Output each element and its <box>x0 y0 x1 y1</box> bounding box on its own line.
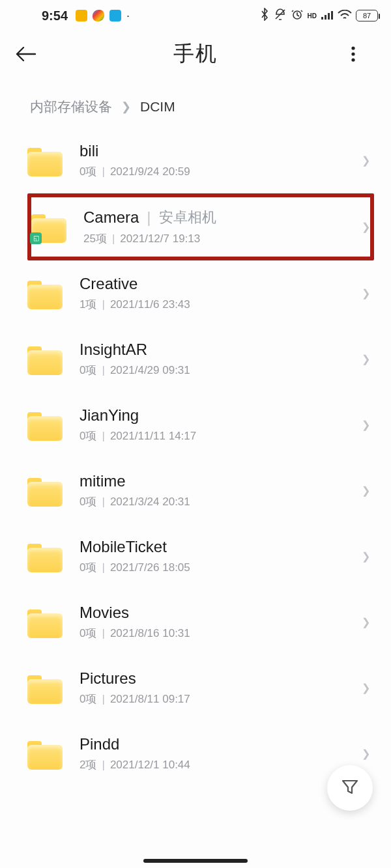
status-right: HD 87 <box>259 8 378 24</box>
chevron-right-icon: ❯ <box>349 353 370 365</box>
svg-point-8 <box>351 58 355 61</box>
chevron-right-icon: ❯ <box>349 419 370 431</box>
wifi-icon <box>338 8 352 23</box>
battery-icon: 87 <box>356 10 378 21</box>
title-bar: 手机 <box>0 31 391 77</box>
folder-count: 2项 <box>80 759 96 771</box>
folder-date: 2021/4/29 09:31 <box>110 364 190 376</box>
folder-count: 0项 <box>80 693 96 705</box>
svg-point-6 <box>351 46 355 49</box>
folder-name: Pindd <box>80 735 119 753</box>
folder-icon <box>27 410 63 441</box>
breadcrumb-current: DCIM <box>140 99 175 115</box>
folder-name: InsightAR <box>80 341 147 359</box>
folder-text: bili 0项|2021/9/24 20:59 <box>80 142 349 179</box>
folder-icon <box>27 344 63 375</box>
folder-text: Pindd 2项|2021/12/1 10:44 <box>80 735 349 772</box>
folder-icon <box>27 278 63 309</box>
folder-icon <box>27 145 63 176</box>
title-separator: | <box>147 208 151 227</box>
more-button[interactable] <box>351 45 377 63</box>
alarm-icon <box>291 8 304 24</box>
folder-text: Creative 1项|2021/11/6 23:43 <box>80 275 349 312</box>
folder-icon <box>27 673 63 704</box>
status-time: 9:54 <box>42 8 68 23</box>
folder-text: MobileTicket 0项|2021/7/26 18:05 <box>80 538 349 575</box>
svg-rect-3 <box>325 15 326 20</box>
app-icon-3 <box>109 10 121 21</box>
folder-item-movies[interactable]: Movies 0项|2021/8/16 10:31 ❯ <box>27 589 374 655</box>
app-icon-2 <box>93 10 104 21</box>
folder-icon <box>27 475 63 507</box>
chevron-right-icon: ❯ <box>349 154 370 167</box>
folder-date: 2021/12/7 19:13 <box>120 232 200 245</box>
folder-item-pictures[interactable]: Pictures 0项|2021/8/11 09:17 ❯ <box>27 655 374 721</box>
status-dot: · <box>126 9 130 23</box>
svg-point-7 <box>351 52 355 55</box>
chevron-right-icon: ❯ <box>349 682 370 694</box>
folder-date: 2021/12/1 10:44 <box>110 759 190 771</box>
bluetooth-icon <box>259 8 270 24</box>
status-left: 9:54 · <box>42 8 130 23</box>
signal-icon <box>321 8 334 23</box>
status-bar: 9:54 · HD 87 <box>0 0 391 31</box>
folder-item-mobileticket[interactable]: MobileTicket 0项|2021/7/26 18:05 ❯ <box>27 524 374 589</box>
folder-item-camera[interactable]: ◱ Camera | 安卓相机 25项|2021/12/7 19:13 ❯ <box>27 193 374 260</box>
app-icon-1 <box>76 10 87 21</box>
folder-date: 2021/11/11 14:17 <box>110 430 196 442</box>
folder-text: Movies 0项|2021/8/16 10:31 <box>80 604 349 641</box>
svg-rect-5 <box>331 11 333 20</box>
folder-count: 1项 <box>80 298 96 311</box>
folder-date: 2021/11/6 23:43 <box>110 298 190 311</box>
folder-text: InsightAR 0项|2021/4/29 09:31 <box>80 341 349 378</box>
folder-name: Creative <box>80 275 138 293</box>
breadcrumb: 内部存储设备 ❯ DCIM <box>0 77 391 128</box>
folder-icon <box>27 607 63 638</box>
page-title: 手机 <box>40 40 351 68</box>
folder-text: JianYing 0项|2021/11/11 14:17 <box>80 406 349 443</box>
chevron-right-icon: ❯ <box>349 550 370 563</box>
home-indicator[interactable] <box>143 859 248 863</box>
folder-date: 2021/8/11 09:17 <box>110 693 190 705</box>
folder-icon: ◱ <box>31 212 66 243</box>
folder-tag: 安卓相机 <box>159 208 216 227</box>
folder-item-pindd[interactable]: Pindd 2项|2021/12/1 10:44 ❯ <box>27 721 374 787</box>
folder-name: bili <box>80 142 98 160</box>
folder-item-insightar[interactable]: InsightAR 0项|2021/4/29 09:31 ❯ <box>27 326 374 392</box>
chevron-right-icon: ❯ <box>349 287 370 300</box>
folder-count: 0项 <box>80 430 96 442</box>
back-button[interactable] <box>14 45 40 63</box>
folder-count: 25项 <box>83 232 107 245</box>
folder-name: Pictures <box>80 669 136 688</box>
folder-text: Pictures 0项|2021/8/11 09:17 <box>80 669 349 707</box>
breadcrumb-root[interactable]: 内部存储设备 <box>30 98 112 116</box>
chevron-right-icon: ❯ <box>349 616 370 628</box>
chevron-right-icon: ❯ <box>349 484 370 497</box>
folder-count: 0项 <box>80 364 96 376</box>
folder-item-jianying[interactable]: JianYing 0项|2021/11/11 14:17 ❯ <box>27 392 374 458</box>
folder-name: MobileTicket <box>80 538 167 556</box>
filter-icon <box>340 777 360 799</box>
folder-list: bili 0项|2021/9/24 20:59 ❯ ◱ Camera | 安卓相… <box>0 128 391 787</box>
folder-name: mitime <box>80 472 126 490</box>
folder-name: Movies <box>80 604 129 622</box>
folder-name: JianYing <box>80 406 139 425</box>
folder-icon <box>27 541 63 572</box>
folder-icon <box>27 738 63 770</box>
folder-date: 2021/7/26 18:05 <box>110 561 190 574</box>
chevron-right-icon: ❯ <box>349 221 370 233</box>
chevron-right-icon: ❯ <box>349 748 370 760</box>
folder-item-creative[interactable]: Creative 1项|2021/11/6 23:43 ❯ <box>27 260 374 326</box>
battery-level: 87 <box>363 12 371 20</box>
folder-text: mitime 0项|2021/3/24 20:31 <box>80 472 349 509</box>
filter-button[interactable] <box>327 765 373 811</box>
folder-date: 2021/8/16 10:31 <box>110 627 190 639</box>
folder-date: 2021/3/24 20:31 <box>110 496 190 508</box>
folder-item-bili[interactable]: bili 0项|2021/9/24 20:59 ❯ <box>27 128 374 193</box>
chevron-right-icon: ❯ <box>121 100 131 114</box>
folder-count: 0项 <box>80 165 96 178</box>
folder-item-mitime[interactable]: mitime 0项|2021/3/24 20:31 ❯ <box>27 458 374 524</box>
folder-count: 0项 <box>80 627 96 639</box>
image-badge-icon: ◱ <box>30 232 42 244</box>
folder-text: Camera | 安卓相机 25项|2021/12/7 19:13 <box>83 208 349 246</box>
